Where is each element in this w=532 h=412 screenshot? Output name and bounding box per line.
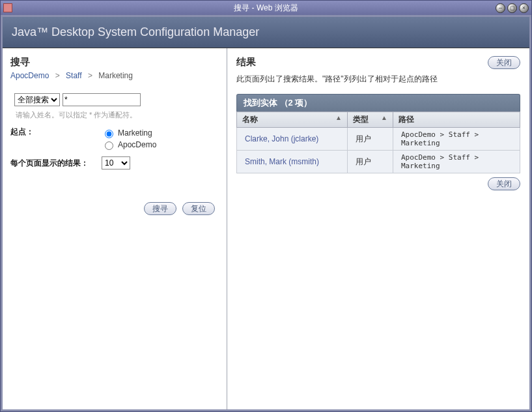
perpage-select[interactable]: 10 [102, 156, 130, 169]
results-table: 名称 ▲ 类型 ▲ 路径 [236, 111, 520, 173]
content: 搜寻 ApocDemo > Staff > Marketing 全部搜索 请输入… [3, 48, 529, 409]
result-path: ApocDemo > Staff > Marketing [393, 128, 520, 151]
app-icon [3, 3, 12, 12]
page: Java™ Desktop System Configuration Manag… [3, 17, 529, 409]
col-type-label: 类型 [353, 115, 369, 124]
start-radio-marketing-input[interactable] [105, 130, 113, 138]
start-radio-marketing[interactable]: Marketing [102, 128, 156, 138]
breadcrumb-link-1[interactable]: Staff [66, 71, 81, 80]
results-heading: 结果 [236, 56, 484, 68]
breadcrumb-current: Marketing [98, 71, 133, 80]
breadcrumb-sep: > [55, 71, 60, 80]
results-panel-header: 找到实体 （2 项） [236, 94, 520, 111]
col-name[interactable]: 名称 ▲ [237, 112, 348, 128]
breadcrumb-sep: > [88, 71, 92, 80]
close-button-bottom[interactable]: 关闭 [488, 177, 520, 190]
results-panel: 结果 关闭 此页面列出了搜索结果。"路径"列列出了相对于起点的路径 找到实体 （… [227, 48, 529, 409]
banner-title: Java™ Desktop System Configuration Manag… [3, 17, 529, 48]
start-radio-group: Marketing ApocDemo [102, 126, 156, 151]
search-buttons: 搜寻 复位 [10, 202, 219, 215]
start-radio-apocdemo-label: ApocDemo [118, 140, 156, 149]
breadcrumb: ApocDemo > Staff > Marketing [10, 71, 219, 80]
sort-icon: ▲ [381, 114, 387, 121]
minimize-button[interactable]: – [496, 3, 505, 13]
start-radio-marketing-label: Marketing [118, 128, 152, 138]
col-path-label: 路径 [399, 115, 414, 124]
close-button-top[interactable]: 关闭 [488, 56, 520, 69]
start-label: 起点： [10, 126, 102, 138]
start-radio-apocdemo[interactable]: ApocDemo [102, 140, 156, 150]
titlebar[interactable]: 搜寻 - Web 浏览器 – ◻ × [1, 1, 531, 15]
start-radio-apocdemo-input[interactable] [105, 141, 113, 150]
col-path[interactable]: 路径 [393, 112, 520, 128]
sort-icon: ▲ [335, 114, 342, 121]
perpage-label: 每个页面显示的结果： [10, 158, 102, 169]
result-name-link[interactable]: Smith, Mark (msmith) [245, 157, 319, 166]
result-path: ApocDemo > Staff > Marketing [393, 151, 520, 173]
search-panel: 搜寻 ApocDemo > Staff > Marketing 全部搜索 请输入… [3, 48, 227, 409]
scope-select[interactable]: 全部搜索 [14, 93, 60, 106]
search-heading: 搜寻 [10, 56, 219, 68]
results-desc: 此页面列出了搜索结果。"路径"列列出了相对于起点的路径 [236, 74, 520, 85]
col-name-label: 名称 [242, 115, 258, 124]
window-title: 搜寻 - Web 浏览器 [1, 3, 531, 14]
col-type[interactable]: 类型 ▲ [348, 112, 393, 128]
result-type: 用户 [348, 151, 393, 173]
close-window-button[interactable]: × [519, 3, 529, 13]
result-type: 用户 [348, 128, 393, 151]
reset-button[interactable]: 复位 [182, 202, 215, 215]
window-controls: – ◻ × [496, 3, 529, 13]
maximize-button[interactable]: ◻ [507, 3, 517, 13]
result-name-link[interactable]: Clarke, John (jclarke) [245, 134, 318, 143]
table-row: Clarke, John (jclarke) 用户 ApocDemo > Sta… [237, 128, 520, 151]
search-input[interactable] [63, 93, 141, 106]
search-button[interactable]: 搜寻 [144, 202, 176, 215]
breadcrumb-link-0[interactable]: ApocDemo [10, 71, 49, 80]
table-row: Smith, Mark (msmith) 用户 ApocDemo > Staff… [237, 151, 520, 173]
search-hint: 请输入姓名。可以指定 * 作为通配符。 [16, 110, 219, 120]
window: 搜寻 - Web 浏览器 – ◻ × Java™ Desktop System … [0, 0, 532, 412]
